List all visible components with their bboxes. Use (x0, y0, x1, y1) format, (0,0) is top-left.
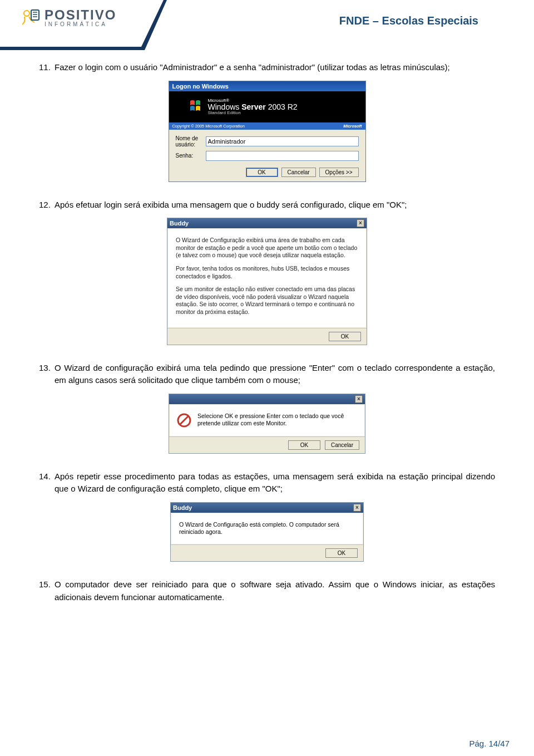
step-text: Fazer o login com o usuário "Administrad… (55, 62, 450, 72)
dialog-titlebar: × (169, 394, 365, 404)
logo-text-sub: INFORMÁTICA (44, 22, 116, 27)
dialog-titlebar: Buddy × (167, 218, 367, 228)
step-11: 11. Fazer o login com o usuário "Adminis… (39, 61, 495, 74)
password-label: Senha: (176, 153, 206, 159)
dialog-titlebar: Buddy × (171, 503, 363, 513)
select-monitor-dialog: × Selecione OK e pressione Enter com o t… (169, 394, 365, 454)
windows-logon-dialog: Logon no Windows Microsoft® Windows Serv… (169, 81, 366, 182)
dialog-paragraph: O Wizard de Configuração exibirá uma áre… (176, 237, 358, 259)
ok-button[interactable]: OK (325, 548, 358, 558)
step-14: 14. Após repetir esse procedimento para … (39, 470, 495, 495)
close-icon[interactable]: × (357, 219, 364, 227)
dialog-paragraph: Se um monitor de estação não estiver con… (176, 286, 358, 316)
step-text: O Wizard de configuração exibirá uma tel… (55, 363, 495, 385)
cancel-button[interactable]: Cancelar (325, 440, 359, 450)
ok-button[interactable]: OK (246, 168, 278, 177)
document-title: FNDE – Escolas Especiais (339, 14, 478, 27)
close-icon[interactable]: × (353, 504, 361, 512)
step-number: 14. (39, 470, 51, 483)
svg-line-6 (180, 416, 189, 425)
ok-button[interactable]: OK (329, 332, 361, 341)
prohibit-icon (176, 413, 192, 428)
dialog-message: Selecione OK e pressione Enter com o tec… (197, 413, 358, 428)
close-icon[interactable]: × (355, 395, 363, 403)
content: 11. Fazer o login com o usuário "Adminis… (39, 61, 495, 610)
positivo-logo-icon (17, 6, 41, 30)
copyright-bar: Copyright © 2005 Microsoft Corporation M… (169, 122, 365, 130)
windows-flag-icon (189, 99, 202, 112)
dialog-titlebar: Logon no Windows (169, 81, 365, 91)
step-text: Após repetir esse procedimento para toda… (55, 472, 495, 494)
page-number: Pág. 14/47 (469, 739, 510, 748)
username-label: Nome de usuário: (176, 135, 206, 148)
svg-point-0 (24, 11, 29, 16)
options-button[interactable]: Opções >> (319, 168, 359, 177)
buddy-wizard-dialog: Buddy × O Wizard de Configuração exibirá… (167, 218, 367, 345)
ok-button[interactable]: OK (288, 440, 320, 450)
product-name: Windows Server 2003 R2 (208, 103, 298, 111)
step-13: 13. O Wizard de configuração exibirá uma… (39, 362, 495, 387)
logo: POSITIVO INFORMÁTICA (17, 6, 116, 30)
dialog-paragraph: Por favor, tenha todos os monitores, hub… (176, 265, 358, 280)
step-text: O computador deve ser reiniciado para qu… (55, 580, 495, 602)
edition-label: Standard Edition (208, 111, 298, 115)
password-input[interactable] (206, 151, 359, 161)
logo-text-main: POSITIVO (44, 8, 116, 22)
windows-banner: Microsoft® Windows Server 2003 R2 Standa… (169, 91, 365, 122)
step-number: 15. (39, 578, 51, 591)
cancel-button[interactable]: Cancelar (281, 168, 316, 177)
step-number: 13. (39, 362, 51, 375)
username-input[interactable] (206, 136, 359, 146)
step-text: Após efetuar login será exibida uma mens… (55, 200, 407, 209)
step-15: 15. O computador deve ser reiniciado par… (39, 578, 495, 603)
step-12: 12. Após efetuar login será exibida uma … (39, 199, 495, 212)
step-number: 11. (39, 61, 51, 74)
wizard-complete-dialog: Buddy × O Wizard de Configuração está co… (170, 502, 364, 562)
svg-rect-1 (31, 10, 39, 20)
step-number: 12. (39, 199, 51, 212)
dialog-message: O Wizard de Configuração está completo. … (179, 521, 355, 536)
